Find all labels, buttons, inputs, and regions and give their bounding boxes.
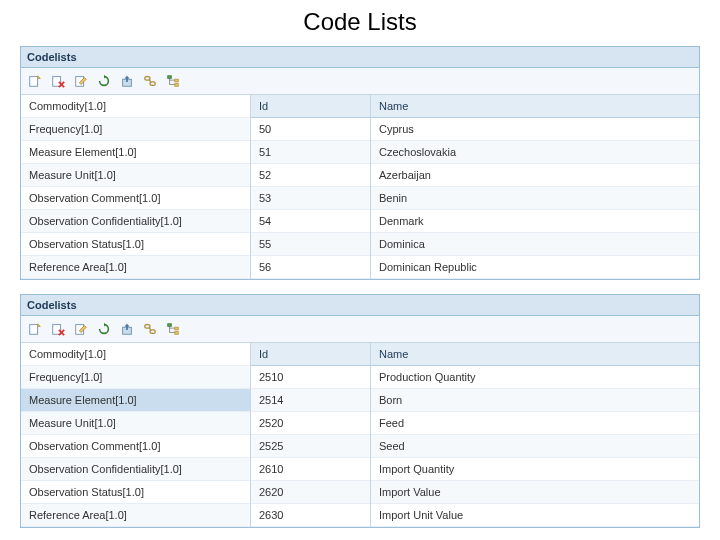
codelist-item[interactable]: Observation Comment[1.0] (21, 187, 250, 210)
cell-name[interactable]: Production Quantity (371, 366, 699, 389)
codelist-list: Commodity[1.0]Frequency[1.0]Measure Elem… (21, 343, 251, 527)
codelist-item[interactable]: Measure Element[1.0] (21, 389, 250, 412)
codelist-item[interactable]: Reference Area[1.0] (21, 504, 250, 527)
cell-id[interactable]: 50 (251, 118, 370, 141)
cell-name[interactable]: Dominican Republic (371, 256, 699, 279)
codelist-list: Commodity[1.0]Frequency[1.0]Measure Elem… (21, 95, 251, 279)
codelist-item[interactable]: Observation Confidentiality[1.0] (21, 458, 250, 481)
codelist-item[interactable]: Observation Status[1.0] (21, 233, 250, 256)
cell-name[interactable]: Denmark (371, 210, 699, 233)
new-icon[interactable] (25, 319, 45, 339)
column-header-id[interactable]: Id (251, 343, 370, 366)
cell-name[interactable]: Azerbaijan (371, 164, 699, 187)
svg-rect-22 (175, 327, 179, 330)
panel-header: Codelists (21, 295, 699, 316)
data-grid: Id 2510251425202525261026202630 Name Pro… (251, 343, 699, 527)
codelists-panel-top: Codelists Commodity[1.0]Frequency[1.0]Me… (20, 46, 700, 280)
codelist-item[interactable]: Commodity[1.0] (21, 343, 250, 366)
cell-name[interactable]: Born (371, 389, 699, 412)
toolbar (21, 316, 699, 343)
codelists-panel-bottom: Codelists Commodity[1.0]Frequency[1.0]Me… (20, 294, 700, 528)
cell-id[interactable]: 51 (251, 141, 370, 164)
edit-icon[interactable] (71, 71, 91, 91)
new-icon[interactable] (25, 71, 45, 91)
cell-id[interactable]: 53 (251, 187, 370, 210)
cell-name[interactable]: Import Unit Value (371, 504, 699, 527)
codelist-item[interactable]: Frequency[1.0] (21, 366, 250, 389)
tree-icon[interactable] (163, 319, 183, 339)
cell-name[interactable]: Feed (371, 412, 699, 435)
cell-name[interactable]: Benin (371, 187, 699, 210)
cell-id[interactable]: 56 (251, 256, 370, 279)
cell-name[interactable]: Import Quantity (371, 458, 699, 481)
svg-line-20 (149, 327, 151, 331)
cell-name[interactable]: Cyprus (371, 118, 699, 141)
grid-body: Commodity[1.0]Frequency[1.0]Measure Elem… (21, 95, 699, 279)
cell-id[interactable]: 2510 (251, 366, 370, 389)
codelist-item[interactable]: Observation Comment[1.0] (21, 435, 250, 458)
codelist-item[interactable]: Commodity[1.0] (21, 95, 250, 118)
cell-id[interactable]: 2610 (251, 458, 370, 481)
codelist-item[interactable]: Observation Status[1.0] (21, 481, 250, 504)
panel-header: Codelists (21, 47, 699, 68)
svg-rect-21 (168, 324, 172, 327)
cell-id[interactable]: 52 (251, 164, 370, 187)
delete-icon[interactable] (48, 319, 68, 339)
svg-rect-9 (168, 76, 172, 79)
cell-name[interactable]: Seed (371, 435, 699, 458)
link-icon[interactable] (140, 319, 160, 339)
svg-rect-10 (175, 79, 179, 82)
cell-id[interactable]: 2620 (251, 481, 370, 504)
cell-id[interactable]: 2520 (251, 412, 370, 435)
column-header-name[interactable]: Name (371, 95, 699, 118)
cell-id[interactable]: 2525 (251, 435, 370, 458)
page-title: Code Lists (0, 0, 720, 46)
refresh-icon[interactable] (94, 319, 114, 339)
export-icon[interactable] (117, 319, 137, 339)
svg-rect-23 (175, 332, 179, 335)
cell-id[interactable]: 55 (251, 233, 370, 256)
cell-id[interactable]: 2630 (251, 504, 370, 527)
svg-rect-0 (30, 77, 38, 87)
svg-line-8 (149, 79, 151, 83)
svg-rect-12 (30, 325, 38, 335)
codelist-item[interactable]: Measure Unit[1.0] (21, 164, 250, 187)
refresh-icon[interactable] (94, 71, 114, 91)
edit-icon[interactable] (71, 319, 91, 339)
column-header-name[interactable]: Name (371, 343, 699, 366)
grid-body: Commodity[1.0]Frequency[1.0]Measure Elem… (21, 343, 699, 527)
cell-id[interactable]: 2514 (251, 389, 370, 412)
svg-rect-11 (175, 84, 179, 87)
data-grid: Id 50515253545556 Name CyprusCzechoslova… (251, 95, 699, 279)
cell-name[interactable]: Czechoslovakia (371, 141, 699, 164)
codelist-item[interactable]: Measure Unit[1.0] (21, 412, 250, 435)
codelist-item[interactable]: Reference Area[1.0] (21, 256, 250, 279)
link-icon[interactable] (140, 71, 160, 91)
column-header-id[interactable]: Id (251, 95, 370, 118)
cell-name[interactable]: Dominica (371, 233, 699, 256)
tree-icon[interactable] (163, 71, 183, 91)
cell-name[interactable]: Import Value (371, 481, 699, 504)
codelist-item[interactable]: Measure Element[1.0] (21, 141, 250, 164)
cell-id[interactable]: 54 (251, 210, 370, 233)
codelist-item[interactable]: Frequency[1.0] (21, 118, 250, 141)
codelist-item[interactable]: Observation Confidentiality[1.0] (21, 210, 250, 233)
export-icon[interactable] (117, 71, 137, 91)
toolbar (21, 68, 699, 95)
delete-icon[interactable] (48, 71, 68, 91)
